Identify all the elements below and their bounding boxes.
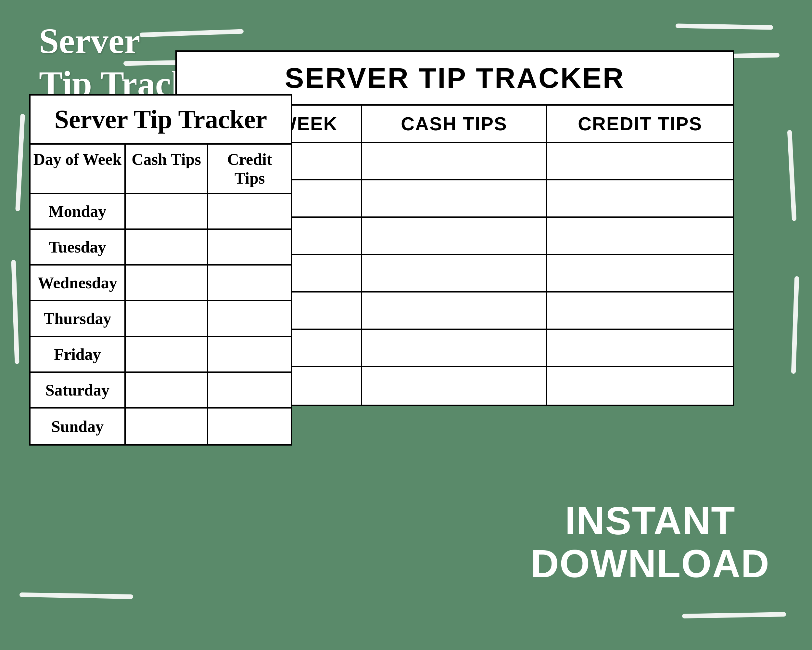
back-cell-credit (547, 292, 733, 329)
instant-download-text: INSTANT DOWNLOAD (531, 499, 770, 585)
back-cell-cash (362, 330, 548, 366)
front-credit-monday (208, 194, 291, 228)
front-credit-wednesday (208, 266, 291, 300)
front-card-title: Server Tip Tracker (31, 96, 291, 145)
front-card-header-credit: Credit Tips (208, 145, 291, 193)
front-cash-friday (126, 337, 209, 372)
front-day-saturday: Saturday (31, 373, 126, 407)
table-row: Monday (31, 194, 291, 230)
front-credit-thursday (208, 301, 291, 336)
back-cell-credit (547, 143, 733, 179)
front-credit-friday (208, 337, 291, 372)
back-card-header-cash: CASH TIPS (362, 106, 548, 142)
front-cash-sunday (126, 408, 209, 444)
table-row: Sunday (31, 408, 291, 444)
front-card-header-cash: Cash Tips (126, 145, 209, 193)
front-day-wednesday: Wednesday (31, 266, 126, 300)
front-cash-thursday (126, 301, 209, 336)
back-cell-credit (547, 367, 733, 405)
front-cash-tuesday (126, 230, 209, 264)
back-cell-cash (362, 180, 548, 216)
front-card-header-day: Day of Week (31, 145, 126, 193)
back-card-header-credit: CREDIT TIPS (547, 106, 733, 142)
front-day-monday: Monday (31, 194, 126, 228)
table-row: Tuesday (31, 230, 291, 266)
front-cash-wednesday (126, 266, 209, 300)
front-day-tuesday: Tuesday (31, 230, 126, 264)
table-row: Friday (31, 337, 291, 373)
back-cell-credit (547, 180, 733, 216)
front-credit-sunday (208, 408, 291, 444)
front-card-rows: Monday Tuesday Wednesday Thursday Friday… (31, 194, 291, 444)
back-cell-credit (547, 330, 733, 366)
front-cash-saturday (126, 373, 209, 407)
front-card: Server Tip Tracker Day of Week Cash Tips… (29, 94, 292, 445)
table-row: Saturday (31, 373, 291, 408)
back-cell-cash (362, 255, 548, 291)
back-cell-cash (362, 143, 548, 179)
front-card-header: Day of Week Cash Tips Credit Tips (31, 145, 291, 194)
back-cell-credit (547, 255, 733, 291)
front-day-sunday: Sunday (31, 408, 126, 444)
front-cash-monday (126, 194, 209, 228)
front-day-thursday: Thursday (31, 301, 126, 336)
table-row: Thursday (31, 301, 291, 337)
back-cell-cash (362, 367, 548, 405)
front-credit-tuesday (208, 230, 291, 264)
front-credit-saturday (208, 373, 291, 407)
back-cell-credit (547, 218, 733, 254)
back-cell-cash (362, 218, 548, 254)
table-row: Wednesday (31, 266, 291, 301)
instant-download-line1: INSTANT (531, 499, 770, 542)
instant-download-line2: DOWNLOAD (531, 542, 770, 585)
back-cell-cash (362, 292, 548, 329)
front-day-friday: Friday (31, 337, 126, 372)
